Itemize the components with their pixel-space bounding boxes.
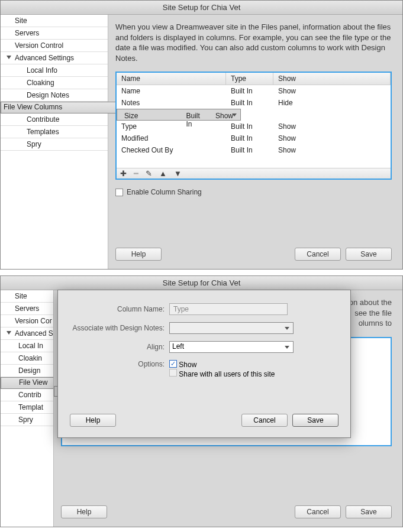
button-bar: Help Cancel Save — [115, 248, 392, 261]
save-button[interactable]: Save — [346, 248, 392, 261]
show-label: Show — [179, 361, 196, 369]
align-value: Left — [172, 342, 184, 351]
show-option-row[interactable]: Show — [169, 360, 275, 369]
cancel-button[interactable]: Cancel — [241, 414, 288, 427]
header-type[interactable]: Type — [226, 73, 273, 85]
sidebar-item-advanced-settings[interactable]: Advanced S — [1, 327, 53, 340]
cell-name: Name — [117, 85, 226, 97]
table-row[interactable]: NotesBuilt InHide — [117, 97, 391, 109]
cell-type: Built In — [226, 97, 273, 109]
sidebar-item-label: Advanced S — [15, 329, 53, 338]
cell-show: Hide — [273, 97, 391, 109]
columns-table: Name Type Show NameBuilt InShow NotesBui… — [115, 72, 392, 180]
sidebar-item-version-control[interactable]: Version Cor — [1, 315, 53, 327]
sidebar-item-templates[interactable]: Templat — [1, 401, 53, 414]
cell-show: Show — [211, 110, 238, 119]
category-sidebar: Site Servers Version Control Advanced Se… — [1, 15, 108, 269]
cell-name: Checked Out By — [117, 144, 226, 156]
cancel-button[interactable]: Cancel — [295, 248, 341, 261]
remove-icon[interactable]: ━ — [134, 170, 138, 177]
table-row[interactable]: ModifiedBuilt InShow — [117, 132, 391, 144]
associate-label: Associate with Design Notes: — [70, 324, 169, 332]
share-label: Share with all users of this site — [179, 370, 275, 378]
table-row[interactable]: SizeBuilt InShow — [117, 109, 241, 121]
sidebar-item-label: Advanced Settings — [15, 54, 74, 62]
table-header-row: Name Type Show — [117, 73, 391, 85]
sidebar-item-design-notes[interactable]: Design — [1, 365, 53, 377]
cell-show: Show — [273, 121, 391, 132]
save-button[interactable]: Save — [346, 505, 392, 518]
site-setup-window: Site Setup for Chia Vet Site Servers Ver… — [0, 0, 403, 270]
column-name-label: Column Name: — [70, 305, 169, 313]
share-checkbox — [169, 369, 177, 377]
sidebar-item-spry[interactable]: Spry — [1, 414, 53, 426]
sidebar-item-spry[interactable]: Spry — [1, 138, 108, 151]
content-panel: When you view a Dreamweaver site in the … — [108, 15, 402, 269]
description-text: When you view a Dreamweaver site in the … — [115, 22, 392, 63]
cell-name: Size — [120, 110, 181, 119]
help-button[interactable]: Help — [115, 248, 162, 261]
sidebar-item-cloaking[interactable]: Cloakin — [1, 352, 53, 365]
window-title: Site Setup for Chia Vet — [1, 1, 402, 15]
column-name-field[interactable]: Type — [169, 303, 288, 315]
align-select[interactable]: Left — [169, 341, 294, 353]
sidebar-item-site[interactable]: Site — [1, 290, 53, 303]
cell-name: Notes — [117, 97, 226, 109]
header-name[interactable]: Name — [117, 73, 226, 85]
table-row[interactable]: TypeBuilt InShow — [117, 121, 391, 132]
help-button[interactable]: Help — [61, 505, 107, 518]
cell-type: Built In — [226, 144, 273, 156]
enable-sharing-row[interactable]: Enable Column Sharing — [115, 188, 392, 196]
table-body: NameBuilt InShow NotesBuilt InHide SizeB… — [117, 85, 391, 168]
cell-show: Show — [273, 144, 391, 156]
table-toolbar: ✚ ━ ✎ ▲ ▼ — [117, 168, 391, 179]
site-setup-window: Site Setup for Chia Vet Site Servers Ver… — [0, 275, 403, 527]
cell-name: Type — [117, 121, 226, 132]
cell-show: Show — [273, 132, 391, 144]
enable-sharing-checkbox[interactable] — [115, 189, 123, 196]
help-button[interactable]: Help — [70, 414, 116, 427]
associate-select[interactable] — [169, 322, 294, 334]
sidebar-item-servers[interactable]: Servers — [1, 27, 108, 40]
add-icon[interactable]: ✚ — [120, 170, 127, 177]
sidebar-item-cloaking[interactable]: Cloaking — [1, 77, 108, 89]
move-down-icon[interactable]: ▼ — [174, 170, 182, 177]
category-sidebar: Site Servers Version Cor Advanced S Loca… — [1, 290, 54, 527]
cell-type: Built In — [181, 110, 211, 119]
cell-show: Show — [273, 85, 391, 97]
sidebar-item-design-notes[interactable]: Design Notes — [1, 89, 108, 102]
column-edit-dialog: Column Name: Type Associate with Design … — [57, 290, 351, 438]
save-button[interactable]: Save — [292, 414, 338, 427]
table-row[interactable]: NameBuilt InShow — [117, 85, 391, 97]
sidebar-item-contribute[interactable]: Contribute — [1, 113, 108, 126]
sidebar-item-local-info[interactable]: Local Info — [1, 64, 108, 77]
disclosure-triangle-icon — [7, 56, 11, 59]
table-row[interactable]: Checked Out ByBuilt InShow — [117, 144, 391, 156]
button-bar: Help Cancel Save — [61, 505, 392, 518]
sidebar-item-file-view-columns[interactable]: File View Columns — [1, 102, 125, 113]
align-label: Align: — [70, 343, 169, 351]
sidebar-item-site[interactable]: Site — [1, 15, 108, 27]
sidebar-item-file-view-columns[interactable]: File View — [1, 377, 54, 389]
sidebar-item-servers[interactable]: Servers — [1, 303, 53, 315]
sidebar-item-contribute[interactable]: Contrib — [1, 389, 53, 401]
sidebar-item-templates[interactable]: Templates — [1, 126, 108, 138]
sidebar-item-version-control[interactable]: Version Control — [1, 40, 108, 52]
cell-type: Built In — [226, 132, 273, 144]
cell-name: Modified — [117, 132, 226, 144]
share-option-row: Share with all users of this site — [169, 369, 275, 378]
cancel-button[interactable]: Cancel — [295, 505, 341, 518]
header-show[interactable]: Show — [273, 73, 391, 85]
cell-type: Built In — [226, 121, 273, 132]
show-checkbox[interactable] — [169, 360, 177, 368]
window-title: Site Setup for Chia Vet — [1, 276, 402, 290]
sidebar-item-advanced-settings[interactable]: Advanced Settings — [1, 52, 108, 64]
sidebar-item-local-info[interactable]: Local In — [1, 340, 53, 352]
edit-icon[interactable]: ✎ — [146, 170, 152, 177]
disclosure-triangle-icon — [7, 331, 11, 335]
cell-type: Built In — [226, 85, 273, 97]
dialog-button-bar: Help Cancel Save — [70, 414, 338, 427]
options-label: Options: — [70, 360, 169, 368]
enable-sharing-label: Enable Column Sharing — [127, 188, 202, 196]
move-up-icon[interactable]: ▲ — [159, 170, 167, 177]
